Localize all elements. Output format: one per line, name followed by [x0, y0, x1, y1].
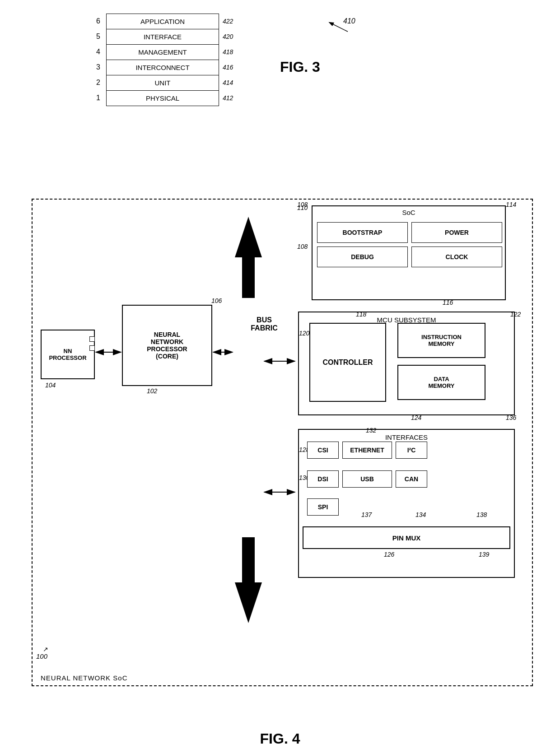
ref-102: 102 — [147, 387, 157, 395]
layer-num-1: 1 — [90, 94, 106, 102]
ref-136: 136 — [506, 414, 516, 421]
connector-dots — [89, 336, 95, 351]
iface-dsi: DSI — [307, 470, 339, 488]
connector-dot-2 — [89, 345, 95, 351]
bus-fabric-text: BUS FABRIC — [251, 316, 278, 332]
layer-ref-6: 422 — [223, 18, 233, 25]
iface-row3: SPI — [307, 498, 339, 516]
iface-row1: CSI ETHERNET I²C — [307, 442, 427, 459]
layer-box-3: INTERCONNECT — [106, 60, 219, 75]
iface-usb: USB — [342, 470, 392, 488]
iface-spi-label: SPI — [318, 503, 328, 511]
soc-bootstrap-label: BOOTSTRAP — [343, 229, 383, 236]
ref-100-arrow: ↗ — [43, 646, 48, 653]
data-memory-box: DATAMEMORY — [397, 365, 485, 400]
nn-core-label: NEURALNETWORKPROCESSOR(CORE) — [147, 331, 187, 360]
layer-box-5: INTERFACE — [106, 29, 219, 45]
pin-mux-box: PIN MUX — [303, 526, 510, 549]
iface-csi-label: CSI — [317, 447, 328, 454]
soc-power: POWER — [411, 222, 502, 243]
page: 6APPLICATION4225INTERFACE4204MANAGEMENT4… — [0, 0, 560, 749]
ref-110: 110 — [297, 204, 308, 211]
instruction-memory-label: INSTRUCTIONMEMORY — [421, 334, 462, 347]
layer-row-2: 2UNIT414 — [90, 75, 316, 90]
soc-power-label: POWER — [445, 229, 469, 236]
layer-ref-1: 412 — [223, 94, 233, 102]
soc-clock-label: CLOCK — [446, 253, 468, 261]
layer-ref-4: 418 — [223, 48, 233, 56]
ref-116: 116 — [443, 299, 453, 306]
layer-num-6: 6 — [90, 17, 106, 25]
bus-fabric-label: BUS FABRIC — [239, 316, 289, 332]
layer-row-1: 1PHYSICAL412 — [90, 90, 316, 106]
ref-122: 122 — [510, 311, 521, 318]
data-memory-label: DATAMEMORY — [428, 376, 454, 389]
iface-row2: DSI USB CAN — [307, 470, 427, 488]
controller-label: CONTROLLER — [322, 358, 373, 367]
iface-i2c: I²C — [396, 442, 427, 459]
layer-row-5: 5INTERFACE420 — [90, 29, 316, 44]
ref-126: 126 — [384, 551, 394, 558]
soc-box: SoC BOOTSTRAP POWER DEBUG CLOCK — [312, 205, 506, 300]
fig3-arrow — [325, 18, 352, 36]
soc-clock: CLOCK — [411, 247, 502, 267]
ref-108b: 108 — [297, 243, 308, 250]
soc-bootstrap: BOOTSTRAP — [317, 222, 408, 243]
iface-i2c-label: I²C — [407, 447, 416, 454]
ref-137: 137 — [361, 511, 372, 518]
layer-num-2: 2 — [90, 79, 106, 87]
ref-114: 114 — [506, 201, 516, 208]
soc-label: SoC — [402, 209, 415, 216]
soc-inner-grid: BOOTSTRAP POWER DEBUG CLOCK — [317, 222, 502, 267]
nn-core-box: NEURALNETWORKPROCESSOR(CORE) — [122, 305, 212, 386]
iface-can: CAN — [396, 470, 427, 488]
pin-mux-label: PIN MUX — [392, 534, 421, 542]
layer-box-4: MANAGEMENT — [106, 44, 219, 60]
iface-dsi-label: DSI — [317, 475, 328, 483]
layer-row-4: 4MANAGEMENT418 — [90, 44, 316, 60]
instruction-memory-box: INSTRUCTIONMEMORY — [397, 323, 485, 358]
soc-debug-label: DEBUG — [351, 253, 374, 261]
ref-100: 100 — [36, 652, 47, 660]
layer-row-6: 6APPLICATION422 — [90, 14, 316, 29]
ref-139: 139 — [479, 551, 489, 558]
iface-can-label: CAN — [405, 475, 418, 483]
fig4-container: NEURAL NETWORK SoC — [18, 176, 542, 718]
ref-104: 104 — [45, 381, 56, 389]
interfaces-label-text: INTERFACES — [385, 433, 428, 441]
fig4-title: FIG. 4 — [260, 730, 300, 747]
nn-processor-box: NN PROCESSOR — [41, 330, 95, 379]
ref-132: 132 — [366, 427, 376, 434]
fig3-title: FIG. 3 — [280, 59, 320, 75]
neural-network-soc-label: NEURAL NETWORK SoC — [41, 674, 127, 682]
layer-box-2: UNIT — [106, 75, 219, 91]
iface-ethernet: ETHERNET — [342, 442, 392, 459]
ref-134: 134 — [415, 511, 426, 518]
layer-box-6: APPLICATION — [106, 14, 219, 29]
svg-line-0 — [330, 23, 348, 32]
layer-num-5: 5 — [90, 33, 106, 41]
ref-106: 106 — [211, 297, 222, 304]
ref-120: 120 — [299, 330, 309, 337]
iface-spi: SPI — [307, 498, 339, 516]
ref-124: 124 — [411, 414, 421, 421]
iface-ethernet-label: ETHERNET — [350, 447, 384, 454]
controller-box: CONTROLLER — [309, 323, 386, 402]
layer-ref-2: 414 — [223, 79, 233, 86]
nn-processor-label: NN PROCESSOR — [49, 348, 86, 361]
ref-138: 138 — [476, 511, 487, 518]
soc-debug: DEBUG — [317, 247, 408, 267]
layer-box-1: PHYSICAL — [106, 90, 219, 106]
connector-dot-1 — [89, 336, 95, 342]
iface-csi: CSI — [307, 442, 339, 459]
layer-num-4: 4 — [90, 48, 106, 56]
ref-118: 118 — [356, 311, 366, 318]
layer-num-3: 3 — [90, 63, 106, 71]
iface-usb-label: USB — [360, 475, 374, 483]
layer-ref-3: 416 — [223, 64, 233, 71]
layer-ref-5: 420 — [223, 33, 233, 40]
